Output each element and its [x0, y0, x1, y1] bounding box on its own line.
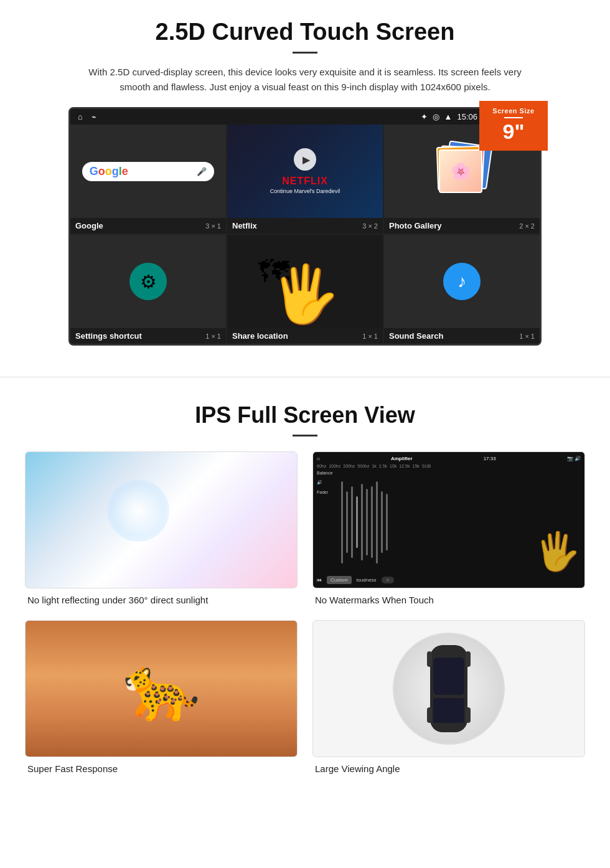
amp-bar-2[interactable]: [346, 491, 348, 553]
gear-icon: ⚙: [140, 271, 157, 293]
netflix-play-button[interactable]: ▶: [294, 148, 316, 171]
netflix-cell-content: ▶ NETFLIX Continue Marvel's Daredevil: [227, 125, 383, 218]
badge-size-value: 9": [489, 121, 538, 142]
settings-label: Settings shortcut 1 × 1: [70, 328, 226, 344]
section2-title: IPS Full Screen View: [25, 402, 585, 428]
amp-bar-8[interactable]: [376, 481, 378, 564]
photo-stack: 🌸: [434, 143, 490, 199]
cheetah-emoji: 🐆: [123, 652, 200, 725]
no-light-image: [25, 451, 298, 588]
feature-fast-response: 🐆 Super Fast Response: [25, 620, 298, 774]
amplifier-screen: ⌂ Amplifier 17:33 📷 🔊 60hz100hz200hz500h…: [313, 452, 584, 588]
section-ips-view: IPS Full Screen View No light reflecting…: [0, 396, 610, 793]
amp-bar-7[interactable]: [371, 486, 373, 559]
google-bg: Google 🎤: [70, 125, 226, 218]
settings-app-name: Settings shortcut: [75, 331, 142, 341]
share-label: Share location 1 × 1: [227, 328, 383, 344]
feature-grid: No light reflecting under 360° direct su…: [25, 451, 585, 774]
amp-sliders-area: Balance 🔊 Fader: [317, 471, 581, 573]
app-grid: Google 🎤 Google 3 × 1: [70, 125, 540, 344]
bluetooth-icon: ✦: [421, 112, 428, 121]
screen-statusbar: ⌂ ⌁ ✦ ◎ ▲ 15:06 📷 🔊 ☒ ▭: [70, 109, 540, 125]
settings-bg: ⚙: [70, 235, 226, 328]
section-curved-touch: 2.5D Curved Touch Screen With 2.5D curve…: [0, 0, 610, 358]
share-app-size: 1 × 1: [362, 333, 378, 340]
no-watermarks-caption: No Watermarks When Touch: [312, 595, 585, 605]
netflix-logo: NETFLIX: [282, 176, 328, 187]
photo-card-flower: 🌸: [439, 149, 482, 193]
google-logo: Google: [90, 165, 128, 178]
sound-app-size: 1 × 1: [519, 333, 535, 340]
grid-cell-netflix[interactable]: ▶ NETFLIX Continue Marvel's Daredevil Ne…: [227, 125, 383, 234]
car-top-view-circle: [393, 633, 505, 745]
amp-bars-container: 🖐: [341, 471, 581, 573]
wifi-icon: ▲: [444, 112, 453, 121]
amp-bar-4[interactable]: [356, 496, 358, 548]
amp-home-icon: ⌂: [317, 456, 320, 461]
amp-prev-icon[interactable]: ⏮: [317, 577, 322, 583]
section1-description: With 2.5D curved-display screen, this de…: [87, 65, 523, 95]
grid-cell-google[interactable]: Google 🎤 Google 3 × 1: [70, 125, 226, 234]
google-mic-icon[interactable]: 🎤: [197, 167, 207, 176]
location-icon: ◎: [433, 112, 439, 121]
sound-icon: ♪: [443, 263, 481, 300]
amp-toggle[interactable]: ○: [382, 577, 395, 583]
sound-cell-content: ♪: [384, 235, 540, 328]
amp-bar-9[interactable]: [381, 491, 383, 553]
share-app-name: Share location: [232, 331, 288, 341]
google-search-bar[interactable]: Google 🎤: [82, 162, 215, 181]
home-icon[interactable]: ⌂: [78, 112, 83, 121]
amp-bar-6[interactable]: [366, 489, 368, 555]
grid-cell-settings[interactable]: ⚙ Settings shortcut 1 × 1: [70, 235, 226, 344]
music-note-icon: ♪: [458, 271, 466, 291]
cheetah-image: 🐆: [25, 620, 298, 757]
amp-time: 17:33: [484, 456, 496, 461]
google-label: Google 3 × 1: [70, 218, 226, 234]
screen-mockup-wrapper: Screen Size 9" ⌂ ⌁ ✦ ◎ ▲ 15:06 📷: [37, 107, 573, 346]
netflix-bg: ▶ NETFLIX Continue Marvel's Daredevil: [227, 125, 383, 218]
section2-divider: [293, 435, 317, 436]
sound-bg: ♪: [384, 235, 540, 328]
netflix-subtitle: Continue Marvel's Daredevil: [270, 188, 340, 194]
photo-app-size: 2 × 2: [519, 222, 535, 230]
amp-bar-5[interactable]: [361, 484, 363, 561]
amp-custom-btn[interactable]: Custom: [327, 576, 352, 584]
section1-title: 2.5D Curved Touch Screen: [37, 19, 573, 45]
fast-response-caption: Super Fast Response: [25, 763, 298, 774]
amp-footer: ⏮ Custom loudness ○: [317, 576, 581, 584]
time-display: 15:06: [457, 112, 477, 121]
svg-rect-1: [433, 658, 464, 695]
amplifier-image: ⌂ Amplifier 17:33 📷 🔊 60hz100hz200hz500h…: [312, 451, 585, 588]
svg-rect-4: [466, 651, 471, 667]
netflix-app-size: 3 × 2: [362, 222, 378, 230]
amp-icons: 📷 🔊: [567, 456, 581, 461]
amp-bar-1[interactable]: [341, 481, 343, 564]
sun-glow: [107, 479, 169, 542]
settings-cell-content: ⚙: [70, 235, 226, 328]
amp-bar-10[interactable]: [386, 494, 388, 550]
feature-no-watermarks: ⌂ Amplifier 17:33 📷 🔊 60hz100hz200hz500h…: [312, 451, 585, 605]
hand-on-screen-icon: 🖐: [534, 529, 581, 573]
feature-large-viewing: Large Viewing Angle: [312, 620, 585, 774]
amp-loudness-label: loudness: [357, 577, 377, 583]
amp-bar-3[interactable]: [351, 486, 353, 559]
grid-cell-share-location[interactable]: 🖐 🗺 Share location 1 × 1: [227, 235, 383, 344]
svg-rect-2: [433, 698, 464, 723]
settings-app-size: 1 × 1: [205, 333, 221, 340]
section-separator: [0, 377, 610, 377]
google-cell-content: Google 🎤: [70, 125, 226, 218]
sound-label: Sound Search 1 × 1: [384, 328, 540, 344]
netflix-app-name: Netflix: [232, 221, 257, 230]
amp-statusbar: ⌂ Amplifier 17:33 📷 🔊: [317, 456, 581, 461]
svg-rect-5: [427, 707, 432, 723]
grid-cell-sound-search[interactable]: ♪ Sound Search 1 × 1: [384, 235, 540, 344]
amp-title: Amplifier: [391, 456, 413, 461]
svg-rect-6: [466, 707, 471, 723]
settings-icon: ⚙: [129, 263, 167, 300]
photo-app-name: Photo Gallery: [389, 221, 442, 230]
usb-icon: ⌁: [92, 112, 96, 121]
screen-size-badge: Screen Size 9": [479, 101, 548, 151]
screen-device: ⌂ ⌁ ✦ ◎ ▲ 15:06 📷 🔊 ☒ ▭: [68, 107, 542, 346]
play-icon: ▶: [303, 154, 310, 166]
badge-divider: [504, 117, 523, 118]
